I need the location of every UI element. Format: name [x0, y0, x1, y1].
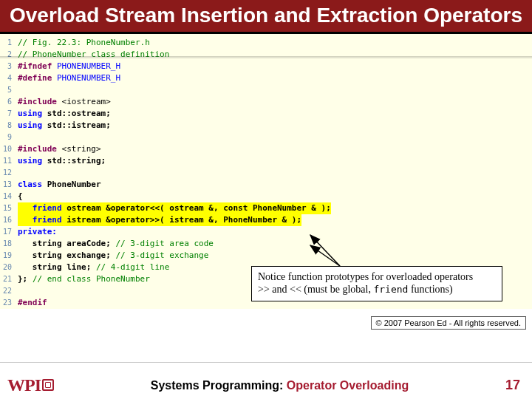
code-line-21: };: [18, 274, 33, 284]
copyright-notice: © 2007 Pearson Ed - All rights reserved.: [371, 316, 526, 330]
code-line-23: #endif: [18, 297, 47, 309]
footer: WPI Systems Programming: Operator Overlo…: [0, 362, 532, 399]
code-line-8-rest: std::istream;: [42, 120, 111, 130]
code-line-11-rest: std::string;: [42, 156, 106, 166]
slide-title: Overload Stream Insertion and Extraction…: [6, 4, 526, 27]
footer-caption: Systems Programming: Operator Overloadin…: [151, 379, 409, 392]
callout-line-2b: functions): [408, 284, 452, 295]
code-line-6-pp: #include: [18, 97, 62, 106]
code-line-17: private:: [18, 226, 57, 238]
code-line-16-kw: friend: [18, 215, 62, 225]
callout-line-2a: >> and << (must be global,: [258, 284, 373, 295]
callout-friend: friend: [373, 284, 408, 295]
code-line-13-rest: PhoneNumber: [42, 180, 100, 189]
code-line-3-macro: PHONENUMBER_H: [52, 61, 120, 71]
code-line-15-rest: ostream &operator<<( ostream &, const Ph…: [62, 203, 331, 213]
wpi-logo: WPI: [7, 375, 54, 395]
code-line-6-hdr: <iostream>: [62, 97, 111, 106]
callout-line-1: Notice function prototypes for overloade…: [258, 271, 473, 282]
code-line-3-pp: #ifndef: [18, 61, 52, 71]
wpi-logo-text: WPI: [7, 375, 41, 395]
code-line-20-c: // 4-digit line: [96, 262, 169, 272]
code-line-1: // Fig. 22.3: PhoneNumber.h: [18, 37, 150, 49]
code-line-10-hdr: <string>: [62, 144, 101, 154]
code-line-16-rest: istream &operator>>( istream &, PhoneNum…: [62, 215, 302, 225]
footer-caption-red: Operator Overloading: [283, 379, 409, 392]
callout-box: Notice function prototypes for overloade…: [251, 266, 502, 301]
code-line-13-kw: class: [18, 180, 42, 189]
code-line-19-c: // 3-digit exchange: [115, 250, 208, 260]
code-line-20: string line;: [18, 262, 96, 272]
code-line-11-kw: using: [18, 156, 42, 166]
code-line-21-c: // end class PhoneNumber: [33, 274, 150, 284]
code-line-7-kw: using: [18, 109, 42, 118]
code-line-15-kw: friend: [18, 203, 62, 213]
code-line-18-c: // 3-digit area code: [115, 239, 213, 248]
code-line-8-kw: using: [18, 120, 42, 130]
footer-caption-black: Systems Programming:: [151, 379, 284, 392]
code-line-18: string areaCode;: [18, 239, 115, 248]
code-line-4-pp: #define: [18, 73, 52, 83]
code-line-7-rest: std::ostream;: [42, 109, 111, 118]
code-line-4-macro: PHONENUMBER_H: [52, 73, 120, 83]
code-line-10-pp: #include: [18, 144, 62, 154]
title-shadow: [0, 56, 532, 59]
title-bar: Overload Stream Insertion and Extraction…: [0, 0, 532, 34]
code-line-19: string exchange;: [18, 250, 115, 260]
code-line-14: {: [18, 191, 23, 202]
page-number: 17: [505, 378, 520, 393]
wpi-seal-icon: [42, 379, 54, 391]
